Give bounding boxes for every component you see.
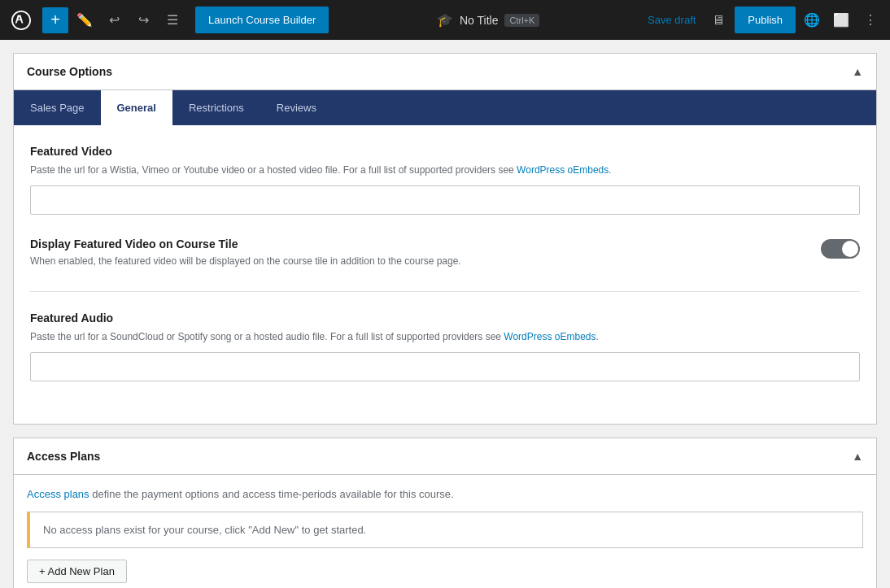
course-options-title: Course Options — [27, 65, 112, 78]
display-video-desc: When enabled, the featured video will be… — [30, 254, 805, 268]
sidebar-toggle-icon[interactable]: ⬜ — [828, 7, 854, 33]
no-plans-box: No access plans exist for your course, c… — [27, 512, 863, 548]
wp-logo — [7, 6, 36, 35]
tab-general[interactable]: General — [101, 90, 172, 125]
featured-video-link[interactable]: WordPress oEmbeds — [517, 164, 609, 176]
collapse-icon[interactable]: ▲ — [852, 65, 863, 78]
preview-icon[interactable]: 🖥 — [705, 7, 731, 33]
display-video-label: Display Featured Video on Course Tile — [30, 237, 805, 250]
access-plans-panel: Access Plans ▲ Access plans define the p… — [13, 438, 877, 588]
more-options-icon[interactable]: ⋮ — [857, 7, 883, 33]
featured-video-desc: Paste the url for a Wistia, Vimeo or You… — [30, 163, 860, 177]
course-options-header: Course Options ▲ — [14, 54, 876, 90]
save-draft-button[interactable]: Save draft — [641, 14, 702, 26]
keyboard-shortcut: Ctrl+K — [504, 14, 539, 27]
top-bar-right: Save draft 🖥 Publish 🌐 ⬜ ⋮ — [641, 7, 883, 33]
toggle-slider — [821, 239, 860, 259]
globe-icon[interactable]: 🌐 — [799, 7, 825, 33]
access-plans-header: Access Plans ▲ — [14, 438, 876, 475]
divider — [30, 291, 860, 292]
tab-sales-page[interactable]: Sales Page — [14, 90, 101, 125]
course-options-panel: Course Options ▲ Sales Page General Rest… — [13, 53, 877, 425]
display-video-toggle[interactable] — [821, 239, 860, 259]
title-area: 🎓 No Title Ctrl+K — [338, 12, 638, 28]
page-title: No Title — [460, 14, 498, 27]
access-plans-body: Access plans define the payment options … — [14, 475, 876, 588]
redo-icon[interactable]: ↪ — [130, 7, 156, 33]
featured-audio-section: Featured Audio Paste the url for a Sound… — [30, 311, 860, 381]
tab-restrictions[interactable]: Restrictions — [172, 90, 260, 125]
publish-button[interactable]: Publish — [735, 7, 796, 33]
featured-audio-label: Featured Audio — [30, 311, 860, 324]
access-plans-title: Access Plans — [27, 450, 100, 463]
content-area: Course Options ▲ Sales Page General Rest… — [0, 40, 890, 588]
form-content: Featured Video Paste the url for a Wisti… — [14, 125, 876, 424]
edit-icon[interactable]: ✏️ — [72, 7, 98, 33]
featured-video-label: Featured Video — [30, 145, 860, 158]
list-view-icon[interactable]: ☰ — [159, 7, 185, 33]
top-bar: + ✏️ ↩ ↪ ☰ Launch Course Builder 🎓 No Ti… — [0, 0, 890, 40]
tabs-bar: Sales Page General Restrictions Reviews — [14, 90, 876, 125]
access-plans-desc: Access plans define the payment options … — [27, 488, 863, 500]
tab-reviews[interactable]: Reviews — [260, 90, 333, 125]
add-new-plan-button[interactable]: + Add New Plan — [27, 560, 127, 583]
course-icon: 🎓 — [437, 12, 453, 28]
launch-course-builder-button[interactable]: Launch Course Builder — [195, 7, 329, 33]
featured-audio-desc: Paste the url for a SoundCloud or Spotif… — [30, 329, 860, 344]
featured-audio-input[interactable] — [30, 352, 860, 381]
access-plans-collapse-icon[interactable]: ▲ — [852, 450, 863, 463]
access-plans-link[interactable]: Access plans — [27, 488, 89, 500]
display-video-text: Display Featured Video on Course Tile Wh… — [30, 237, 805, 268]
add-block-button[interactable]: + — [42, 7, 68, 33]
featured-video-input[interactable] — [30, 185, 860, 215]
featured-audio-link[interactable]: WordPress oEmbeds — [504, 331, 596, 342]
undo-icon[interactable]: ↩ — [101, 7, 127, 33]
display-video-toggle-row: Display Featured Video on Course Tile Wh… — [30, 237, 860, 268]
featured-video-section: Featured Video Paste the url for a Wisti… — [30, 145, 860, 215]
